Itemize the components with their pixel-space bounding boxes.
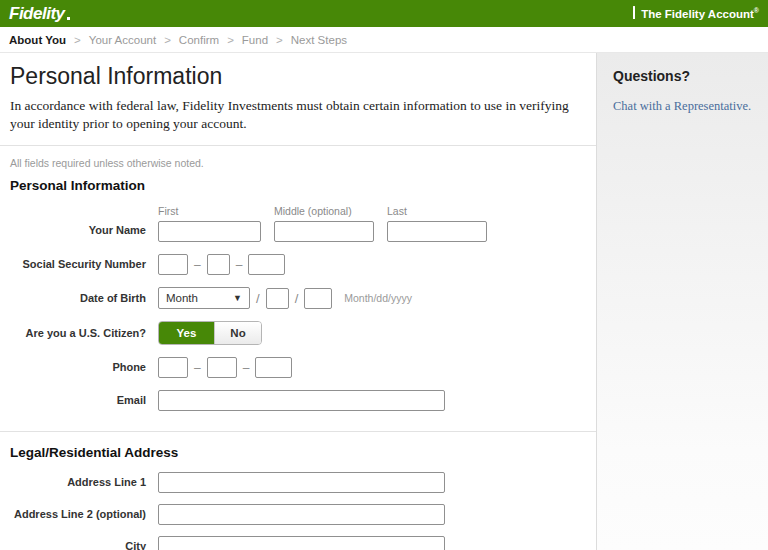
divider	[0, 431, 596, 432]
ssn-part1-input[interactable]	[158, 254, 188, 275]
lock-icon	[633, 7, 635, 19]
phone-dash: –	[194, 361, 201, 375]
dob-day-input[interactable]	[266, 288, 289, 309]
account-type-label: The Fidelity Account®	[633, 7, 759, 20]
phone-row: Phone – –	[10, 357, 586, 378]
citizen-row: Are you a U.S. Citizen? Yes No	[10, 321, 586, 345]
dob-label: Date of Birth	[10, 292, 158, 305]
address-line1-row: Address Line 1	[10, 472, 586, 493]
dob-row: Date of Birth Month ▼ / / Month/dd/yyyy	[10, 287, 586, 309]
phone-label: Phone	[10, 361, 158, 374]
top-header: Fidelity The Fidelity Account®	[0, 0, 768, 27]
address-line2-label: Address Line 2 (optional)	[10, 508, 158, 521]
ssn-part3-input[interactable]	[248, 254, 285, 275]
ssn-dash: –	[236, 258, 243, 272]
last-name-input[interactable]	[387, 221, 487, 242]
breadcrumb-fund: Fund	[242, 34, 268, 46]
city-row: City	[10, 536, 586, 550]
help-sidebar: Questions? Chat with a Representative.	[596, 53, 768, 550]
citizen-label: Are you a U.S. Citizen?	[10, 327, 158, 340]
city-input[interactable]	[158, 536, 445, 550]
account-type-text: The Fidelity Account®	[641, 7, 759, 20]
questions-heading: Questions?	[613, 68, 752, 84]
chevron-down-icon: ▼	[233, 293, 242, 303]
chat-with-representative-link[interactable]: Chat with a Representative.	[613, 99, 751, 113]
breadcrumb-your-account: Your Account	[89, 34, 156, 46]
ssn-label: Social Security Number	[10, 258, 158, 271]
name-row: Your Name First Middle (optional) Last	[10, 205, 586, 242]
middle-name-input[interactable]	[274, 221, 374, 242]
last-name-label: Last	[387, 205, 487, 217]
middle-name-label: Middle (optional)	[274, 205, 374, 217]
breadcrumb-about-you: About You	[9, 34, 66, 46]
dob-slash: /	[256, 291, 260, 306]
address-line2-row: Address Line 2 (optional)	[10, 504, 586, 525]
dob-format-hint: Month/dd/yyyy	[344, 292, 412, 304]
first-name-label: First	[158, 205, 261, 217]
breadcrumb-confirm: Confirm	[179, 34, 219, 46]
your-name-label: Your Name	[10, 224, 158, 237]
breadcrumb-separator: >	[74, 34, 81, 46]
phone-area-input[interactable]	[158, 357, 188, 378]
fidelity-logo-dot-icon	[67, 17, 70, 20]
breadcrumb-next-steps: Next Steps	[291, 34, 347, 46]
ssn-row: Social Security Number – –	[10, 254, 586, 275]
dob-month-value: Month	[166, 292, 198, 304]
page-title: Personal Information	[10, 63, 586, 90]
address-line1-input[interactable]	[158, 472, 445, 493]
citizen-yes-button[interactable]: Yes	[159, 322, 214, 344]
intro-text: In accordance with federal law, Fidelity…	[10, 97, 582, 133]
citizen-toggle: Yes No	[158, 321, 262, 345]
required-fields-note: All fields required unless otherwise not…	[10, 157, 586, 169]
ssn-part2-input[interactable]	[207, 254, 230, 275]
registered-mark: ®	[754, 7, 759, 14]
breadcrumb: About You > Your Account > Confirm > Fun…	[0, 27, 768, 53]
fidelity-logo[interactable]: Fidelity	[9, 5, 70, 22]
dob-year-input[interactable]	[304, 288, 332, 309]
citizen-no-button[interactable]: No	[214, 322, 261, 344]
dob-month-select[interactable]: Month ▼	[158, 287, 250, 309]
city-label: City	[10, 540, 158, 550]
email-label: Email	[10, 394, 158, 407]
main-form-area: Personal Information In accordance with …	[0, 53, 596, 550]
phone-dash: –	[243, 361, 250, 375]
first-name-input[interactable]	[158, 221, 261, 242]
address-line1-label: Address Line 1	[10, 476, 158, 489]
breadcrumb-separator: >	[276, 34, 283, 46]
divider	[0, 145, 596, 146]
phone-prefix-input[interactable]	[207, 357, 237, 378]
dob-slash: /	[295, 291, 299, 306]
email-row: Email	[10, 390, 586, 411]
email-input[interactable]	[158, 390, 445, 411]
breadcrumb-separator: >	[227, 34, 234, 46]
personal-info-section-heading: Personal Information	[10, 178, 586, 193]
phone-line-input[interactable]	[255, 357, 292, 378]
ssn-dash: –	[194, 258, 201, 272]
address-section-heading: Legal/Residential Address	[10, 445, 586, 460]
fidelity-logo-text: Fidelity	[9, 5, 65, 22]
breadcrumb-separator: >	[164, 34, 171, 46]
address-line2-input[interactable]	[158, 504, 445, 525]
